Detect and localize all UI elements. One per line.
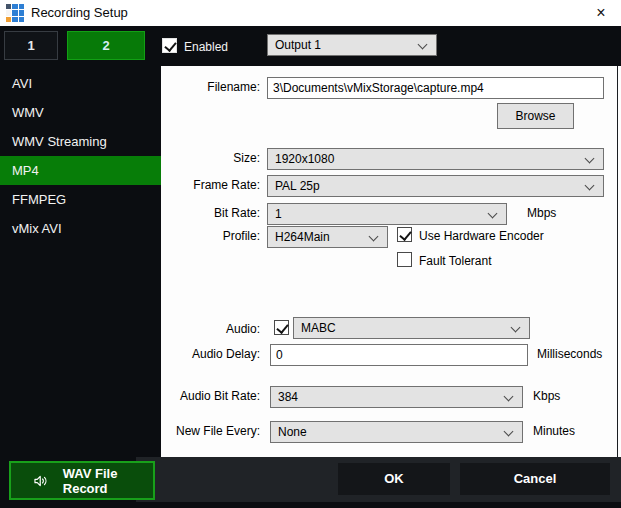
size-select[interactable]: 1920x1080: [267, 148, 604, 170]
wav-file-record-button[interactable]: WAV File Record: [9, 461, 155, 500]
audio-delay-unit: Milliseconds: [537, 347, 602, 361]
audio-delay-label: Audio Delay:: [161, 347, 260, 361]
audio-checkbox[interactable]: [274, 320, 289, 335]
footer-bar: WAV File Record OK Cancel: [0, 457, 621, 508]
tab-output-2[interactable]: 2: [67, 31, 145, 60]
filename-input[interactable]: [267, 77, 604, 99]
filename-label: Filename:: [161, 80, 260, 94]
chevron-down-icon: [511, 323, 521, 333]
audio-bit-rate-unit: Kbps: [533, 389, 560, 403]
bit-rate-select[interactable]: 1: [267, 203, 507, 225]
profile-select[interactable]: H264Main: [267, 226, 388, 248]
frame-rate-select-value: PAL 25p: [275, 179, 320, 193]
chevron-down-icon: [585, 181, 595, 191]
profile-label: Profile:: [161, 229, 260, 243]
recording-setup-window: Recording Setup × 1 2 Enabled Output 1 A…: [0, 0, 621, 508]
titlebar: Recording Setup ×: [0, 0, 621, 26]
fault-tolerant-checkbox[interactable]: [397, 252, 412, 267]
enabled-label: Enabled: [184, 40, 228, 54]
tab-output-1[interactable]: 1: [4, 31, 58, 60]
cancel-button[interactable]: Cancel: [460, 463, 610, 495]
browse-button[interactable]: Browse: [497, 103, 574, 129]
frame-rate-label: Frame Rate:: [161, 178, 260, 192]
audio-select-value: MABC: [301, 321, 336, 335]
sidebar: AVI WMV WMV Streaming MP4 FFMPEG vMix AV…: [0, 66, 161, 508]
frame-rate-select[interactable]: PAL 25p: [267, 175, 604, 197]
chevron-down-icon: [418, 40, 428, 50]
audio-bit-rate-select-value: 384: [278, 390, 298, 404]
size-select-value: 1920x1080: [275, 152, 334, 166]
speaker-icon: [33, 472, 49, 490]
chevron-down-icon: [504, 427, 514, 437]
use-hardware-encoder-checkbox[interactable]: [397, 227, 412, 242]
audio-bit-rate-select[interactable]: 384: [270, 386, 523, 408]
sidebar-item-ffmpeg[interactable]: FFMPEG: [0, 185, 161, 214]
chevron-down-icon: [488, 209, 498, 219]
audio-bit-rate-label: Audio Bit Rate:: [161, 389, 260, 403]
output-select-value: Output 1: [275, 38, 321, 52]
enabled-checkbox[interactable]: [162, 38, 177, 53]
bit-rate-unit: Mbps: [527, 206, 556, 220]
size-label: Size:: [161, 151, 260, 165]
new-file-every-label: New File Every:: [161, 424, 260, 438]
new-file-every-select[interactable]: None: [270, 421, 523, 443]
top-strip: 1 2 Enabled Output 1: [0, 26, 621, 66]
sidebar-item-avi[interactable]: AVI: [0, 69, 161, 98]
panel-edge-divider: [617, 66, 618, 457]
chevron-down-icon: [585, 154, 595, 164]
window-title: Recording Setup: [31, 0, 128, 26]
ok-button[interactable]: OK: [338, 463, 450, 495]
bit-rate-select-value: 1: [275, 207, 282, 221]
new-file-every-unit: Minutes: [533, 424, 575, 438]
audio-label: Audio:: [161, 322, 260, 336]
sidebar-item-vmix-avi[interactable]: vMix AVI: [0, 214, 161, 243]
sidebar-item-mp4[interactable]: MP4: [0, 156, 161, 185]
sidebar-item-wmv-streaming[interactable]: WMV Streaming: [0, 127, 161, 156]
output-select[interactable]: Output 1: [267, 34, 437, 56]
chevron-down-icon: [369, 232, 379, 242]
profile-select-value: H264Main: [275, 230, 330, 244]
new-file-every-select-value: None: [278, 425, 307, 439]
vmix-logo-icon: [6, 4, 24, 22]
sidebar-item-wmv[interactable]: WMV: [0, 98, 161, 127]
fault-tolerant-label: Fault Tolerant: [419, 254, 492, 268]
chevron-down-icon: [504, 392, 514, 402]
bit-rate-label: Bit Rate:: [161, 206, 260, 220]
settings-panel: Filename: Browse Size: 1920x1080 Frame R…: [161, 66, 621, 457]
audio-delay-input[interactable]: [270, 344, 528, 366]
close-icon[interactable]: ×: [585, 0, 617, 26]
use-hardware-encoder-label: Use Hardware Encoder: [419, 229, 544, 243]
audio-select[interactable]: MABC: [293, 317, 530, 339]
wav-file-record-label: WAV File Record: [63, 466, 153, 496]
